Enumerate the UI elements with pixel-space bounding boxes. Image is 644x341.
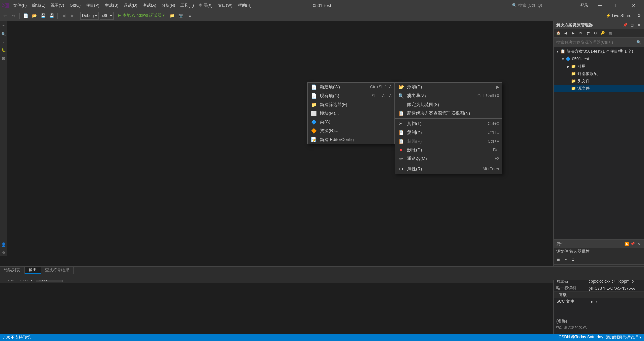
sol-home-btn[interactable]: 🏠 (555, 30, 562, 37)
menu-project[interactable]: 项目(P) (83, 0, 102, 11)
menu-file[interactable]: 文件(F) (11, 0, 29, 11)
tree-external-deps[interactable]: 📁 外部依赖项 (554, 70, 644, 77)
ctx-editorconfig-label: 新建 EditorConfig (320, 137, 392, 143)
solution-panel-close-btn[interactable]: ✕ (636, 22, 641, 28)
ctx-class[interactable]: 🔷 类(C)... (308, 118, 394, 126)
solution-panel-float-btn[interactable]: ◻ (629, 22, 635, 28)
menu-extensions[interactable]: 扩展(X) (197, 0, 215, 11)
ctx-cut[interactable]: ✂ 剪切(T) Ctrl+X (395, 119, 502, 128)
tab-error-list[interactable]: 错误列表 (0, 267, 25, 274)
ctx-module-icon: ⬜ (310, 111, 317, 116)
ctx-rename[interactable]: ✏ 重命名(M) F2 (395, 154, 502, 163)
solution-tree: ▼ 📋 解决方案'0501-test'(1 个项目/共 1 个) ▼ 🔷 050… (554, 47, 644, 256)
solution-explorer-panel: 解决方案资源管理器 📌 ◻ ✕ 🏠 ◀ ▶ ↻ ⇄ ⚙ 🔑 ▤ 🔍 ▼ 📋 解决… (553, 21, 644, 256)
ctx-module[interactable]: ⬜ 模块(M)... (308, 109, 394, 118)
ab-git[interactable]: ⑂ (0, 38, 7, 46)
close-button[interactable]: ✕ (626, 0, 641, 11)
run-label: ► 本地 Windows 调试器 ▾ (118, 13, 165, 18)
menu-git[interactable]: Git(G) (67, 0, 83, 11)
sol-filter-btn[interactable]: ⚙ (592, 30, 599, 37)
tree-source-files[interactable]: 📁 源文件 (554, 85, 644, 92)
ctx-existing-item[interactable]: 📄 现有项(G)... Shift+Alt+A (308, 91, 394, 100)
menu-help[interactable]: 帮助(H) (235, 0, 254, 11)
forward-button[interactable]: ▶ (69, 12, 76, 20)
solution-panel-pin-btn[interactable]: 📌 (622, 22, 628, 28)
ctx-new-item[interactable]: 📄 新建项(W)... Ctrl+Shift+A (308, 83, 394, 91)
prop-filter-btn[interactable]: ⚙ (570, 257, 576, 263)
save-button[interactable]: 💾 (39, 12, 47, 20)
ctx-new-filter[interactable]: 📁 新建筛选器(F) (308, 100, 394, 109)
redo-button[interactable]: ↪ (10, 12, 17, 20)
ab-search[interactable]: 🔍 (0, 30, 7, 38)
ab-settings[interactable]: ⚙ (0, 249, 7, 256)
ab-extensions[interactable]: ⊞ (0, 54, 7, 62)
prop-list-btn[interactable]: ≡ (562, 257, 569, 263)
tree-project-root[interactable]: ▼ 🔷 0501-test (554, 55, 644, 63)
live-share-icon: ⚡ (606, 13, 611, 18)
menu-view[interactable]: 视图(V) (48, 0, 67, 11)
sol-back-btn[interactable]: ◀ (562, 30, 569, 37)
open-folder-button[interactable]: 📁 (169, 12, 176, 20)
ctx-separator-1 (395, 118, 502, 119)
ctx-paste-icon: 📋 (398, 139, 404, 144)
debug-config-dropdown[interactable]: Debug ▾ (80, 12, 99, 20)
title-bar: 文件(F) 编辑(E) 视图(V) Git(G) 项目(P) 生成(B) 调试(… (0, 0, 644, 11)
solution-toolbar: 🏠 ◀ ▶ ↻ ⇄ ⚙ 🔑 ▤ (554, 29, 644, 38)
tree-references[interactable]: ▶ 📁 引用 (554, 63, 644, 70)
ab-debug[interactable]: 🐛 (0, 46, 7, 54)
ctx-new-view[interactable]: 📋 新建解决方案资源管理器视图(N) (395, 109, 502, 118)
platform-dropdown[interactable]: x86 ▾ (100, 12, 113, 20)
prop-grid-btn[interactable]: ⊞ (555, 257, 562, 263)
tab-output[interactable]: 输出 (25, 267, 41, 274)
tree-solution-root[interactable]: ▼ 📋 解决方案'0501-test'(1 个项目/共 1 个) (554, 48, 644, 55)
save-all-button[interactable]: 💾 (48, 12, 55, 20)
ab-file-explorer[interactable]: ≡ (0, 22, 7, 30)
undo-button[interactable]: ↩ (1, 12, 9, 20)
ctx-paste[interactable]: 📋 粘贴(P) Ctrl+V (395, 137, 502, 146)
ctx-resource[interactable]: 🔶 资源(R)... (308, 126, 394, 135)
menu-build[interactable]: 生成(B) (102, 0, 121, 11)
ctx-cut-shortcut: Ctrl+X (488, 121, 499, 126)
tree-header-files[interactable]: 📁 头文件 (554, 77, 644, 85)
solution-search-input[interactable] (556, 40, 636, 45)
menu-debug[interactable]: 调试(D) (121, 0, 140, 11)
minimize-button[interactable]: ─ (592, 0, 608, 11)
run-button[interactable]: ► 本地 Windows 调试器 ▾ (115, 12, 167, 20)
ctx-editorconfig[interactable]: 📝 新建 EditorConfig (308, 135, 394, 144)
ctx-properties-label: 属性(R) (407, 166, 480, 172)
ctx-delete[interactable]: ✕ 删除(D) Del (395, 146, 502, 154)
ctx-add[interactable]: 📂 添加(D) ▶ (395, 83, 502, 91)
settings-icon[interactable]: ⚙ (635, 12, 643, 20)
status-source-control[interactable]: 添加到源代码管理 ▾ (606, 335, 641, 340)
menu-edit[interactable]: 编辑(E) (29, 0, 48, 11)
sol-key-btn[interactable]: 🔑 (599, 30, 606, 37)
prop-pin-btn[interactable]: 📌 (630, 241, 635, 247)
tab-find-symbol[interactable]: 查找符号结果 (41, 267, 74, 274)
prop-float-btn[interactable]: 🔼 (624, 241, 629, 247)
screenshot-button[interactable]: 📷 (177, 12, 185, 20)
sol-refresh-btn[interactable]: ↻ (577, 30, 584, 37)
ab-accounts[interactable]: 👤 (0, 241, 7, 248)
menu-window[interactable]: 窗口(W) (215, 0, 235, 11)
ctx-new-view-label: 新建解决方案资源管理器视图(N) (407, 110, 499, 116)
ctx-class-wizard[interactable]: 🔍 类向导(Z)... Ctrl+Shift+X (395, 91, 502, 100)
maximize-button[interactable]: □ (609, 0, 625, 11)
back-button[interactable]: ◀ (60, 12, 67, 20)
menu-test[interactable]: 测试(A) (140, 0, 159, 11)
sol-view-btn[interactable]: ▤ (607, 30, 613, 37)
menu-analyze[interactable]: 分析(N) (159, 0, 178, 11)
search-box[interactable]: 🔍 搜索 (Ctrl+Q) (509, 2, 576, 9)
login-button[interactable]: 登录 (577, 3, 591, 8)
sol-forward-btn[interactable]: ▶ (570, 30, 576, 37)
new-file-button[interactable]: 📄 (22, 12, 29, 20)
live-share-button[interactable]: ⚡ Live Share (603, 13, 634, 19)
ctx-copy[interactable]: 📋 复制(Y) Ctrl+C (395, 128, 502, 137)
prop-close-btn[interactable]: ✕ (636, 241, 641, 247)
menu-tools[interactable]: 工具(T) (178, 0, 196, 11)
prop-section-advanced[interactable]: □ 高级 (554, 292, 644, 298)
open-file-button[interactable]: 📂 (31, 12, 38, 20)
sol-sync-btn[interactable]: ⇄ (585, 30, 591, 37)
ctx-scope[interactable]: 限定为此范围(S) (395, 100, 502, 109)
extra-button[interactable]: ≡ (186, 12, 194, 20)
ctx-properties[interactable]: ⚙ 属性(R) Alt+Enter (395, 165, 502, 174)
